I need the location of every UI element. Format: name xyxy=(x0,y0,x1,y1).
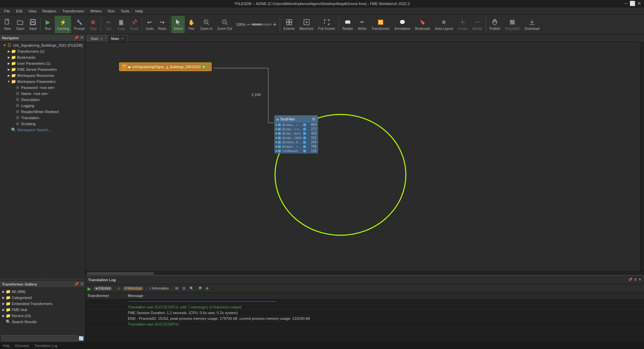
auto-layout-button[interactable]: ⚙ Auto-Layout xyxy=(433,16,455,33)
save-button[interactable]: Save xyxy=(27,16,39,33)
prompt-button[interactable]: 🔧 Prompt xyxy=(72,16,87,33)
nav-item-password[interactable]: ⚙ Password: <not set> xyxy=(0,85,85,91)
publish-button[interactable]: Publish xyxy=(487,16,502,33)
writer-button[interactable]: ✏ Writer xyxy=(356,16,369,33)
menu-run[interactable]: Run xyxy=(105,8,117,14)
nav-item-ws-search[interactable]: 🔍 Workspace Search... xyxy=(0,127,85,133)
nav-item-translation[interactable]: ⚙ Translation xyxy=(0,115,85,121)
fullscreen-button[interactable]: Full Screen xyxy=(316,16,337,33)
tg-item-embedded[interactable]: ▶ 📁 Embedded Transformers xyxy=(0,301,85,307)
maximize-button[interactable]: Maximize xyxy=(297,16,315,33)
reader-button[interactable]: 📖 Reader xyxy=(340,16,355,33)
win-close[interactable]: ✕ xyxy=(637,1,641,6)
tab-start[interactable]: Start ✕ xyxy=(87,35,107,42)
warnings-filter-button[interactable]: 9 Warnings xyxy=(122,286,145,291)
pan-button[interactable]: ✋ Pan xyxy=(185,16,198,33)
port-out-1[interactable] xyxy=(303,128,306,131)
reader-output-port[interactable] xyxy=(202,65,206,69)
caching-button[interactable]: ⚡ Caching xyxy=(55,16,71,33)
menu-help[interactable]: Help xyxy=(132,8,146,14)
tab-start-close[interactable]: ✕ xyxy=(100,37,103,41)
tg-item-fme-hub[interactable]: ▶ 📁 FME Hub xyxy=(0,307,85,313)
menu-transformers[interactable]: Transformers xyxy=(60,8,87,14)
port-out-3[interactable] xyxy=(303,137,306,139)
log-search-button[interactable]: 🔍 xyxy=(188,286,195,291)
run-button[interactable]: ▶ Run xyxy=(42,16,54,33)
select-button[interactable]: Select xyxy=(171,16,185,33)
menu-writers[interactable]: Writers xyxy=(88,8,105,14)
tg-pin-icon[interactable]: 📌 xyxy=(74,282,79,286)
log-pin-icon[interactable]: 📌 xyxy=(628,278,633,282)
errors-filter-button[interactable]: ● 0 Errors xyxy=(93,286,113,291)
log-settings-button[interactable]: ⚙ xyxy=(204,286,210,291)
nav-item-description[interactable]: ⚙ Description xyxy=(0,97,85,103)
zoom-slider[interactable] xyxy=(252,23,272,26)
bookmark-button[interactable]: 🔖 Bookmark xyxy=(413,16,432,33)
redo-button[interactable]: ↪ Redo xyxy=(156,16,168,33)
new-button[interactable]: New xyxy=(1,16,13,33)
nav-item-ws-resources[interactable]: ▶ 📁 Workspace Resources xyxy=(0,72,85,79)
nav-close-icon[interactable]: ✕ xyxy=(80,36,83,40)
search-input[interactable] xyxy=(1,335,77,341)
canvas-vscroll[interactable] xyxy=(640,42,644,271)
zoom-in-button[interactable]: Zoom In xyxy=(198,16,215,33)
status-help[interactable]: Help xyxy=(3,344,10,348)
extents-button[interactable]: Extents xyxy=(281,16,297,33)
search-refresh-icon[interactable]: 🔄 xyxy=(78,336,84,341)
transformer-node[interactable]: ▶ TestFilter ⚙ ▶ @Value... = GB 854 ▶ xyxy=(274,115,318,153)
tg-item-all[interactable]: ▶ 📁 All (488) xyxy=(0,289,85,295)
nav-item-logging[interactable]: ⚙ Logging xyxy=(0,103,85,109)
menu-edit[interactable]: Edit xyxy=(13,8,25,14)
menu-readers[interactable]: Readers xyxy=(40,8,59,14)
port-out-2[interactable] xyxy=(303,132,306,135)
tg-item-categorized[interactable]: ▶ 📁 Categorized xyxy=(0,295,85,301)
log-close-icon[interactable]: ✕ xyxy=(638,278,641,282)
port-out-5[interactable] xyxy=(303,145,306,148)
status-translation-log[interactable]: Translation Log xyxy=(34,344,57,348)
middle-button[interactable]: Middle xyxy=(470,16,484,33)
copy-button[interactable]: 📋 Copy xyxy=(115,16,127,33)
port-out-0[interactable] xyxy=(303,123,306,126)
hscroll-thumb[interactable] xyxy=(87,272,154,275)
win-restore[interactable]: ⬜ xyxy=(630,1,635,6)
tg-item-recent[interactable]: ▶ 📁 Recent (10) xyxy=(0,313,85,319)
log-maximize-icon[interactable]: ⬆ xyxy=(634,278,637,282)
status-overview[interactable]: Overview xyxy=(15,344,29,348)
reader-node[interactable]: ▶ UrkSignalering/Signa...g_Buildings_040… xyxy=(119,62,212,71)
tab-main-close[interactable]: ✕ xyxy=(121,37,124,40)
zoom-out-button[interactable]: Zoom Out xyxy=(215,16,234,33)
download-button[interactable]: Download xyxy=(523,16,541,33)
transformer-gear-icon[interactable]: ⚙ xyxy=(312,117,316,121)
nav-item-filegdb[interactable]: ▼ 🗄 Urk_Signalering_Buildings_2022 [FILE… xyxy=(0,42,85,48)
nav-item-bookmarks[interactable]: ▶ 📁 Bookmarks xyxy=(0,54,85,60)
win-minimize[interactable]: ─ xyxy=(624,1,628,6)
transformer-button[interactable]: 🔀 Transformer xyxy=(370,16,392,33)
menu-file[interactable]: File xyxy=(1,8,13,14)
stop-button[interactable]: ⏹ Stop xyxy=(87,16,99,33)
tg-close-icon[interactable]: ✕ xyxy=(80,282,83,286)
info-filter-button[interactable]: ℹ Information xyxy=(148,286,170,291)
canvas-hscroll[interactable] xyxy=(86,271,644,275)
log-list-button[interactable]: ☰ xyxy=(181,286,187,291)
log-filter-button[interactable]: 🔎 xyxy=(196,286,203,291)
undo-button[interactable]: ↩ Undo xyxy=(144,16,156,33)
nav-item-user-params[interactable]: ▶ 📁 User Parameters (1) xyxy=(0,60,85,66)
paste-button[interactable]: 📌 Paste xyxy=(128,16,141,33)
log-word-wrap-button[interactable]: W xyxy=(174,286,179,291)
republish-button[interactable]: 🔄 Republish xyxy=(503,16,522,33)
nav-pin-icon[interactable]: 📌 xyxy=(74,36,79,40)
annotation-button[interactable]: 💬 Annotation xyxy=(392,16,413,33)
port-out-4[interactable] xyxy=(303,141,306,144)
canvas[interactable]: 2,194 ▶ UrkSignalering/Signa...g_Buildin… xyxy=(86,42,640,271)
nav-item-ws-params[interactable]: ▼ 📁 Workspace Parameters xyxy=(0,79,85,85)
center-button[interactable]: Center xyxy=(455,16,470,33)
nav-item-fme-server[interactable]: ▶ 📁 FME Server Parameters xyxy=(0,66,85,72)
nav-item-name[interactable]: ⚙ Name: <not set> xyxy=(0,91,85,97)
open-button[interactable]: Open xyxy=(14,16,26,33)
tab-main[interactable]: Main ✕ xyxy=(107,35,127,42)
menu-view[interactable]: View xyxy=(26,8,39,14)
nav-item-scripting[interactable]: ⚙ Scripting xyxy=(0,121,85,127)
nav-item-rw-redirect[interactable]: ⚙ Reader/Writer Redirect xyxy=(0,109,85,115)
cut-button[interactable]: ✂ Cut xyxy=(102,16,114,33)
menu-tools[interactable]: Tools xyxy=(118,8,132,14)
